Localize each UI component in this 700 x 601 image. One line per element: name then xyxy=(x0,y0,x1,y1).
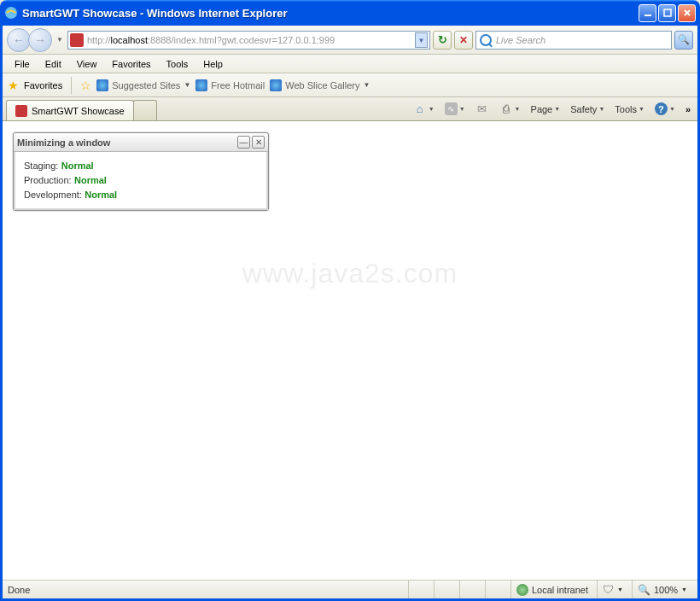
watermark-text: www.java2s.com xyxy=(242,258,458,289)
nav-history-dropdown[interactable]: ▼ xyxy=(55,30,65,50)
favlink-free-hotmail[interactable]: Free Hotmail xyxy=(195,79,265,91)
print-icon: ⎙ xyxy=(499,102,513,116)
favlink-suggested-sites[interactable]: Suggested Sites ▼ xyxy=(96,79,190,91)
shield-icon: 🛡 xyxy=(603,583,614,596)
status-panel xyxy=(485,581,507,598)
separator xyxy=(71,77,72,94)
menu-favorites[interactable]: Favorites xyxy=(105,56,157,72)
minimize-button[interactable] xyxy=(639,4,656,22)
tab-favicon xyxy=(15,105,27,117)
ie-page-icon xyxy=(270,79,282,91)
window-titlebar: SmartGWT Showcase - Windows Internet Exp… xyxy=(0,0,700,26)
gwt-window: Minimizing a window — ✕ Staging: Normal … xyxy=(13,132,269,211)
window-title: SmartGWT Showcase - Windows Internet Exp… xyxy=(22,7,639,20)
favlink-web-slice[interactable]: Web Slice Gallery ▼ xyxy=(270,79,370,91)
gwt-window-header[interactable]: Minimizing a window — ✕ xyxy=(14,133,268,152)
menu-file[interactable]: File xyxy=(8,56,37,72)
address-dropdown[interactable]: ▼ xyxy=(415,32,428,48)
page-menu[interactable]: Page ▼ xyxy=(528,102,563,116)
menu-view[interactable]: View xyxy=(70,56,104,72)
help-button[interactable]: ?▼ xyxy=(652,101,678,117)
gwt-window-body: Staging: Normal Production: Normal Devel… xyxy=(14,152,268,210)
home-icon: ⌂ xyxy=(413,102,427,116)
navigation-bar: ← → ▼ http://localhost:8888/index.html?g… xyxy=(3,26,697,55)
ie-icon xyxy=(4,6,18,20)
status-row: Development: Normal xyxy=(24,188,258,202)
forward-button[interactable]: → xyxy=(28,28,52,52)
search-box[interactable]: Live Search xyxy=(475,31,672,50)
gwt-close-button[interactable]: ✕ xyxy=(252,136,265,149)
menu-edit[interactable]: Edit xyxy=(38,56,68,72)
url-text: http://localhost:8888/index.html?gwt.cod… xyxy=(87,35,415,45)
tab-bar: SmartGWT Showcase ⌂▼ ∿▼ ✉ ⎙▼ Page ▼ Safe… xyxy=(3,97,697,121)
close-button[interactable] xyxy=(678,4,696,22)
status-row: Production: Normal xyxy=(24,173,258,188)
favorites-star-icon[interactable]: ★ xyxy=(8,79,19,92)
new-tab-button[interactable] xyxy=(133,100,157,120)
mail-icon: ✉ xyxy=(475,102,489,116)
favorites-label[interactable]: Favorites xyxy=(24,80,62,90)
refresh-button[interactable]: ↻ xyxy=(433,31,452,50)
search-go-button[interactable]: 🔍 xyxy=(674,31,693,50)
gwt-window-title: Minimizing a window xyxy=(17,137,236,148)
status-text: Done xyxy=(8,585,30,595)
read-mail-button[interactable]: ✉ xyxy=(473,101,492,118)
ie-page-icon xyxy=(195,79,207,91)
status-panel xyxy=(434,581,456,598)
zoom-panel[interactable]: 🔍100% ▼ xyxy=(632,581,692,598)
status-panel xyxy=(459,581,481,598)
tab-active[interactable]: SmartGWT Showcase xyxy=(6,100,134,120)
safety-menu[interactable]: Safety ▼ xyxy=(568,102,607,116)
favorites-bar: ★ Favorites ☆ Suggested Sites ▼ Free Hot… xyxy=(3,73,697,97)
security-zone-panel[interactable]: Local intranet xyxy=(510,581,593,598)
home-button[interactable]: ⌂▼ xyxy=(411,101,437,118)
back-button[interactable]: ← xyxy=(7,28,31,52)
ie-page-icon xyxy=(96,79,108,91)
print-button[interactable]: ⎙▼ xyxy=(497,101,523,118)
add-favorite-icon[interactable]: ☆ xyxy=(80,79,91,92)
status-panel xyxy=(408,581,430,598)
svg-rect-1 xyxy=(645,15,651,16)
address-bar[interactable]: http://localhost:8888/index.html?gwt.cod… xyxy=(67,31,430,50)
page-content: Minimizing a window — ✕ Staging: Normal … xyxy=(3,121,697,580)
search-placeholder: Live Search xyxy=(496,35,668,45)
maximize-button[interactable] xyxy=(658,4,676,22)
status-row: Staging: Normal xyxy=(24,159,258,173)
stop-button[interactable]: ✕ xyxy=(454,31,473,50)
svg-rect-2 xyxy=(664,9,671,16)
menu-bar: File Edit View Favorites Tools Help xyxy=(3,55,697,73)
menu-tools[interactable]: Tools xyxy=(160,56,195,72)
menu-help[interactable]: Help xyxy=(196,56,230,72)
tools-menu[interactable]: Tools ▼ xyxy=(612,102,647,116)
status-bar: Done Local intranet 🛡▼ 🔍100% ▼ xyxy=(3,580,697,598)
gwt-minimize-button[interactable]: — xyxy=(237,136,250,149)
protected-mode-panel[interactable]: 🛡▼ xyxy=(597,581,628,598)
zoom-icon: 🔍 xyxy=(638,584,650,596)
feeds-button[interactable]: ∿▼ xyxy=(442,101,468,117)
command-bar: ⌂▼ ∿▼ ✉ ⎙▼ Page ▼ Safety ▼ Tools ▼ ?▼ » xyxy=(157,97,694,120)
search-provider-icon xyxy=(480,34,492,46)
chevron-overflow[interactable]: » xyxy=(685,104,691,114)
site-favicon xyxy=(70,33,84,47)
help-icon: ? xyxy=(655,102,668,115)
rss-icon: ∿ xyxy=(445,102,458,115)
tab-title: SmartGWT Showcase xyxy=(32,106,125,116)
zone-icon xyxy=(516,584,528,596)
